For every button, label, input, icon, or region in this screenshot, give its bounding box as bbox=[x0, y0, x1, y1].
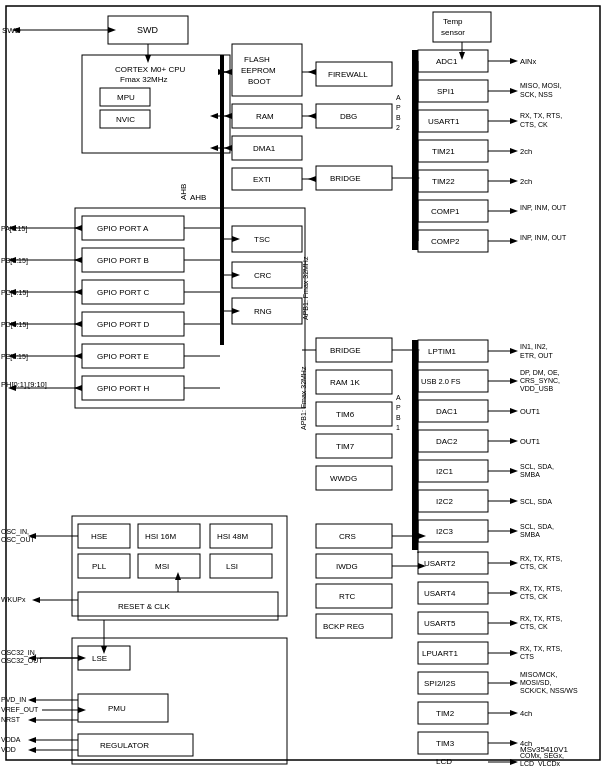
svg-marker-276 bbox=[28, 655, 36, 661]
svg-marker-191 bbox=[510, 528, 518, 534]
svg-text:4ch: 4ch bbox=[520, 709, 532, 718]
svg-text:MISO, MOSI,: MISO, MOSI, bbox=[520, 82, 562, 89]
svg-text:DAC1: DAC1 bbox=[436, 407, 458, 416]
svg-marker-163 bbox=[510, 378, 518, 384]
svg-text:VDDA: VDDA bbox=[1, 736, 21, 743]
svg-rect-3 bbox=[100, 88, 150, 106]
svg-text:OUT1: OUT1 bbox=[520, 407, 540, 416]
svg-rect-82 bbox=[82, 312, 184, 336]
svg-text:SCL, SDA,: SCL, SDA, bbox=[520, 523, 554, 530]
svg-marker-109 bbox=[8, 385, 16, 391]
svg-rect-252 bbox=[78, 646, 130, 670]
svg-text:CTS, CK: CTS, CK bbox=[520, 623, 548, 630]
svg-marker-291 bbox=[28, 747, 36, 753]
svg-text:OSC_IN,: OSC_IN, bbox=[1, 528, 29, 536]
svg-text:GPIO PORT E: GPIO PORT E bbox=[97, 352, 149, 361]
svg-marker-311 bbox=[232, 308, 240, 314]
svg-text:LSI: LSI bbox=[226, 562, 238, 571]
svg-text:SPI2/I2S: SPI2/I2S bbox=[424, 679, 456, 688]
svg-text:WWDG: WWDG bbox=[330, 474, 357, 483]
svg-text:BCKP REG: BCKP REG bbox=[323, 622, 364, 631]
svg-marker-285 bbox=[28, 717, 36, 723]
svg-text:PLL: PLL bbox=[92, 562, 107, 571]
svg-marker-102 bbox=[74, 321, 82, 327]
svg-text:RX, TX, RTS,: RX, TX, RTS, bbox=[520, 585, 562, 592]
svg-rect-225 bbox=[418, 702, 488, 724]
svg-text:TIM21: TIM21 bbox=[432, 147, 455, 156]
svg-text:DAC2: DAC2 bbox=[436, 437, 458, 446]
svg-text:IN1, IN2,: IN1, IN2, bbox=[520, 343, 548, 350]
svg-marker-105 bbox=[8, 353, 16, 359]
svg-rect-112 bbox=[433, 12, 491, 42]
svg-text:SCK/CK, NSS/WS: SCK/CK, NSS/WS bbox=[520, 687, 578, 694]
svg-rect-256 bbox=[78, 734, 193, 756]
svg-text:BOOT: BOOT bbox=[248, 77, 271, 86]
svg-text:GPIO PORT B: GPIO PORT B bbox=[97, 256, 149, 265]
svg-rect-258 bbox=[316, 524, 392, 548]
svg-text:CORTEX M0+ CPU: CORTEX M0+ CPU bbox=[115, 65, 186, 74]
svg-rect-160 bbox=[418, 370, 488, 392]
svg-marker-318 bbox=[175, 572, 181, 580]
svg-rect-23 bbox=[232, 104, 302, 128]
svg-text:4ch: 4ch bbox=[520, 739, 532, 748]
svg-text:AINx: AINx bbox=[520, 57, 537, 66]
svg-marker-175 bbox=[510, 438, 518, 444]
svg-text:USART4: USART4 bbox=[424, 589, 456, 598]
svg-text:PB[0:15]: PB[0:15] bbox=[1, 257, 28, 265]
svg-rect-230 bbox=[418, 732, 488, 754]
svg-marker-14 bbox=[145, 55, 151, 63]
svg-marker-11 bbox=[108, 27, 116, 33]
svg-marker-147 bbox=[510, 208, 518, 214]
svg-marker-20 bbox=[218, 69, 226, 75]
svg-rect-292 bbox=[6, 6, 600, 760]
svg-marker-215 bbox=[510, 650, 518, 656]
svg-rect-248 bbox=[210, 554, 272, 578]
svg-rect-122 bbox=[418, 80, 488, 102]
svg-text:RX, TX, RTS,: RX, TX, RTS, bbox=[520, 645, 562, 652]
svg-text:COMx, SEGx,: COMx, SEGx, bbox=[520, 752, 564, 759]
svg-text:PVD_IN: PVD_IN bbox=[1, 696, 26, 704]
svg-marker-203 bbox=[510, 590, 518, 596]
svg-text:COMP1: COMP1 bbox=[431, 207, 460, 216]
svg-rect-212 bbox=[418, 642, 488, 664]
svg-rect-63 bbox=[220, 55, 224, 345]
svg-rect-314 bbox=[72, 516, 287, 616]
svg-rect-315 bbox=[72, 638, 287, 764]
svg-text:OSC_OUT: OSC_OUT bbox=[1, 536, 36, 544]
svg-rect-244 bbox=[138, 554, 200, 578]
svg-marker-120 bbox=[510, 58, 518, 64]
svg-text:ETR, OUT: ETR, OUT bbox=[520, 352, 553, 359]
svg-rect-0 bbox=[82, 55, 230, 153]
svg-text:RTC: RTC bbox=[339, 592, 356, 601]
svg-text:COMP2: COMP2 bbox=[431, 237, 460, 246]
svg-text:ADC1: ADC1 bbox=[436, 57, 458, 66]
svg-text:RNG: RNG bbox=[254, 307, 272, 316]
svg-rect-5 bbox=[100, 110, 150, 128]
svg-text:CRC: CRC bbox=[254, 271, 272, 280]
svg-text:DP, DM, OE,: DP, DM, OE, bbox=[520, 369, 560, 376]
svg-text:SPI1: SPI1 bbox=[437, 87, 455, 96]
svg-marker-197 bbox=[510, 560, 518, 566]
svg-marker-27 bbox=[224, 113, 232, 119]
svg-text:FIREWALL: FIREWALL bbox=[328, 70, 368, 79]
svg-rect-71 bbox=[316, 434, 392, 458]
svg-marker-94 bbox=[74, 257, 82, 263]
svg-text:MSv35410V1: MSv35410V1 bbox=[520, 745, 569, 754]
svg-text:CTS, CK: CTS, CK bbox=[520, 563, 548, 570]
svg-marker-26 bbox=[210, 113, 218, 119]
svg-text:NVIC: NVIC bbox=[116, 115, 135, 124]
svg-text:CTS, CK: CTS, CK bbox=[520, 593, 548, 600]
svg-rect-47 bbox=[412, 50, 418, 250]
svg-rect-43 bbox=[316, 166, 392, 190]
svg-text:MOSI/SD,: MOSI/SD, bbox=[520, 679, 552, 686]
svg-text:MISO/MCK,: MISO/MCK, bbox=[520, 671, 557, 678]
svg-text:DBG: DBG bbox=[340, 112, 357, 121]
svg-marker-10 bbox=[12, 27, 20, 33]
svg-rect-262 bbox=[316, 584, 392, 608]
svg-text:EEPROM: EEPROM bbox=[241, 66, 276, 75]
svg-rect-313 bbox=[75, 208, 305, 408]
svg-marker-46 bbox=[308, 176, 316, 182]
svg-rect-7 bbox=[108, 16, 188, 44]
svg-text:PD[0:15]: PD[0:15] bbox=[1, 321, 28, 329]
svg-text:TIM6: TIM6 bbox=[336, 410, 355, 419]
